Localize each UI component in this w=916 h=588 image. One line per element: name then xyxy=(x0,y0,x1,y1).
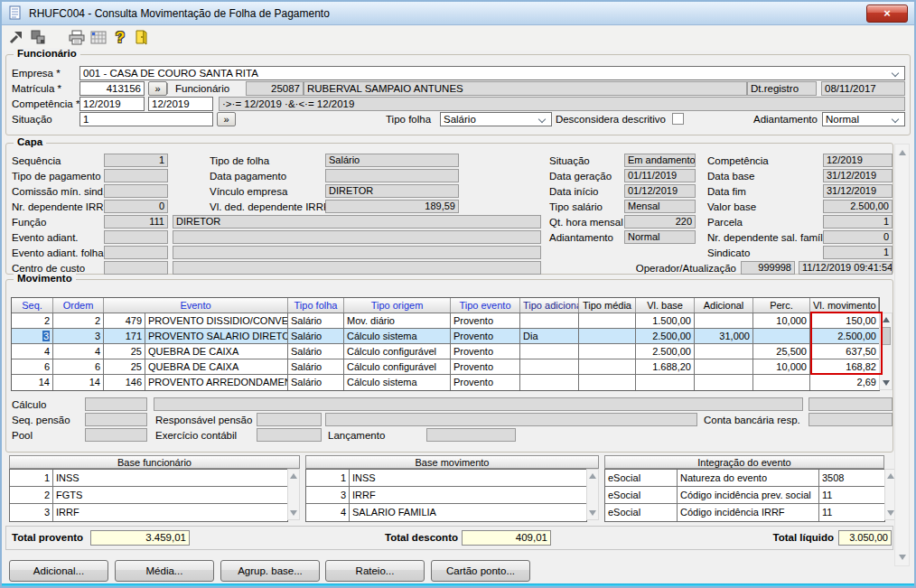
scroll-down-icon[interactable] xyxy=(589,510,596,516)
tipo-folha-combobox[interactable]: Salário xyxy=(440,112,552,126)
scroll-up-icon[interactable] xyxy=(887,473,894,479)
list-item[interactable]: eSocialCódigo incidência prev. social11 xyxy=(605,487,884,504)
cell-tipo_folha[interactable]: Salário xyxy=(288,344,344,359)
scroll-down-icon[interactable] xyxy=(887,510,894,516)
scroll-down-icon[interactable] xyxy=(883,380,890,386)
scroll-up-icon[interactable] xyxy=(883,317,890,322)
cell-perc[interactable]: 10,000 xyxy=(753,313,810,328)
movimento-table-scrollbar[interactable] xyxy=(879,313,893,390)
list-item[interactable]: 4SALARIO FAMILIA xyxy=(306,504,586,521)
list-item[interactable]: 3IRRF xyxy=(10,504,287,521)
base-funcionario-scrollbar[interactable] xyxy=(287,469,300,520)
movimento-row[interactable]: 4425QUEBRA DE CAIXASalárioCálculo config… xyxy=(12,344,879,359)
cell-tipo_origem[interactable]: Cálculo configurável xyxy=(344,344,451,359)
cell-ordem[interactable]: 6 xyxy=(53,359,104,374)
scroll-up-icon[interactable] xyxy=(899,150,906,155)
close-button[interactable]: × xyxy=(866,5,908,23)
jump-icon[interactable] xyxy=(6,29,26,49)
print-icon[interactable] xyxy=(67,29,87,49)
cell-tipo_evento[interactable]: Provento xyxy=(451,375,520,390)
column-header-tipo_media[interactable]: Tipo média xyxy=(579,298,636,313)
column-header-adicional[interactable]: Adicional xyxy=(695,298,753,313)
scroll-down-icon[interactable] xyxy=(290,510,297,516)
cell-codigo[interactable]: 146 xyxy=(104,375,145,390)
movimento-row[interactable]: 22479PROVENTO DISSIDIO/CONVENCAOSalárioM… xyxy=(12,313,879,329)
cell-tipo_folha[interactable]: Salário xyxy=(288,375,344,390)
desconsidera-checkbox[interactable] xyxy=(672,113,684,125)
cell-perc[interactable] xyxy=(753,375,810,390)
cell-perc[interactable]: 25,500 xyxy=(753,344,810,359)
competencia-to-input[interactable]: 12/2019 xyxy=(148,97,213,111)
cell-vl_movimento[interactable]: 150,00 xyxy=(810,313,879,328)
cell-tipo_adicional[interactable] xyxy=(520,313,579,328)
matricula-lookup-button[interactable]: » xyxy=(148,81,167,96)
cell-tipo_adicional[interactable] xyxy=(520,344,579,359)
cell-tipo_media[interactable] xyxy=(579,344,636,359)
cell-vl_movimento[interactable]: 2,69 xyxy=(810,375,879,390)
cell-tipo_adicional[interactable] xyxy=(520,359,579,374)
situacao-input[interactable]: 1 xyxy=(79,112,213,126)
column-header-vl_movimento[interactable]: Vl. movimento xyxy=(810,298,879,313)
grid-icon[interactable] xyxy=(89,29,108,49)
cell-vl_movimento[interactable]: 2.500,00 xyxy=(810,329,879,343)
cell-tipo_folha[interactable]: Salário xyxy=(288,329,344,343)
bottom-button-2[interactable]: Média... xyxy=(115,560,214,582)
cell-tipo_origem[interactable]: Cálculo configurável xyxy=(344,359,451,374)
cell-ordem[interactable]: 3 xyxy=(53,329,104,343)
cell-codigo[interactable]: 25 xyxy=(104,344,145,359)
cell-tipo_origem[interactable]: Cálculo sistema xyxy=(344,329,451,343)
cell-tipo_media[interactable] xyxy=(579,329,636,343)
cell-adicional[interactable] xyxy=(695,344,753,359)
cell-tipo_media[interactable] xyxy=(579,375,636,390)
cell-vl_movimento[interactable]: 637,50 xyxy=(810,344,879,359)
cell-seq[interactable]: 2 xyxy=(12,313,53,328)
cell-tipo_folha[interactable]: Salário xyxy=(288,359,344,374)
scroll-up-icon[interactable] xyxy=(290,473,297,479)
window-scrollbar[interactable] xyxy=(894,144,910,566)
cell-vl_base[interactable] xyxy=(636,375,695,390)
cell-tipo_evento[interactable]: Provento xyxy=(451,359,520,374)
cell-tipo_evento[interactable]: Provento xyxy=(451,329,520,343)
exit-door-icon[interactable] xyxy=(131,29,151,49)
cell-tipo_origem[interactable]: Mov. diário xyxy=(344,313,451,328)
cell-evento[interactable]: QUEBRA DE CAIXA xyxy=(145,344,288,359)
column-header-tipo_adicional[interactable]: Tipo adicional xyxy=(520,298,579,313)
adiantamento-combobox[interactable]: Normal xyxy=(822,112,905,126)
list-item[interactable]: eSocialNatureza do evento3508 xyxy=(605,470,884,487)
cell-vl_base[interactable]: 1.688,20 xyxy=(636,359,695,374)
cell-evento[interactable]: PROVENTO SALARIO DIRETOR xyxy=(145,329,288,343)
competencia-from-input[interactable]: 12/2019 xyxy=(79,97,145,111)
bottom-button-3[interactable]: Agrup. base... xyxy=(220,560,320,582)
base-movimento-scrollbar[interactable] xyxy=(586,469,599,520)
column-header-evento[interactable]: Evento xyxy=(104,298,288,313)
cell-tipo_evento[interactable]: Provento xyxy=(451,313,520,328)
cell-evento[interactable]: PROVENTO DISSIDIO/CONVENCAO xyxy=(145,313,288,328)
movimento-row[interactable]: 33171PROVENTO SALARIO DIRETORSalárioCálc… xyxy=(12,329,879,344)
cell-seq[interactable]: 4 xyxy=(12,344,53,359)
bottom-button-1[interactable]: Adicional... xyxy=(9,560,108,582)
list-item[interactable]: 1INSS xyxy=(10,470,287,487)
cell-codigo[interactable]: 25 xyxy=(104,359,145,374)
cell-ordem[interactable]: 4 xyxy=(53,344,104,359)
cell-vl_base[interactable]: 2.500,00 xyxy=(636,329,695,343)
cell-ordem[interactable]: 2 xyxy=(53,313,104,328)
cell-evento[interactable]: PROVENTO ARREDONDAMENTO SA xyxy=(145,375,288,390)
scroll-up-icon[interactable] xyxy=(589,473,596,479)
cell-evento[interactable]: QUEBRA DE CAIXA xyxy=(145,359,288,374)
column-header-vl_base[interactable]: Vl. base xyxy=(636,298,695,313)
matricula-input[interactable]: 413156 xyxy=(79,81,145,96)
bottom-button-4[interactable]: Rateio... xyxy=(325,560,425,582)
cell-adicional[interactable]: 31,000 xyxy=(695,329,753,343)
cell-vl_base[interactable]: 1.500,00 xyxy=(636,313,695,328)
column-header-tipo_origem[interactable]: Tipo origem xyxy=(344,298,451,313)
cell-adicional[interactable] xyxy=(695,313,753,328)
movimento-row[interactable]: 1414146PROVENTO ARREDONDAMENTO SASalário… xyxy=(12,375,879,390)
cell-codigo[interactable]: 479 xyxy=(104,313,145,328)
column-header-seq[interactable]: Seq. xyxy=(12,298,53,313)
scrollbar-thumb[interactable] xyxy=(881,327,891,345)
cell-ordem[interactable]: 14 xyxy=(53,375,104,390)
help-icon[interactable]: ? xyxy=(110,29,130,49)
cell-tipo_adicional[interactable] xyxy=(520,375,579,390)
scroll-down-icon[interactable] xyxy=(899,555,906,560)
cell-vl_base[interactable]: 2.500,00 xyxy=(636,344,695,359)
